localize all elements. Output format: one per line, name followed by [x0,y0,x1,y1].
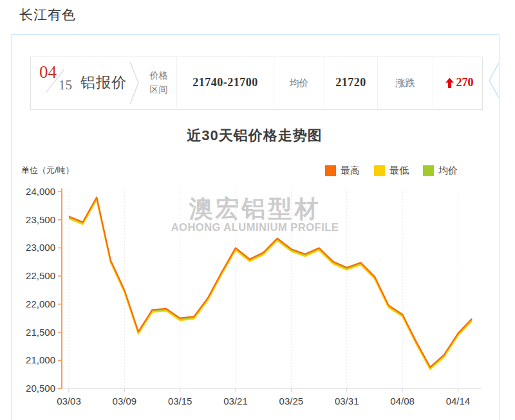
quote-change-label-cell: 涨跌 [377,57,433,108]
y-tick-label: 21,000 [26,354,55,365]
quote-avg-value: 21720 [335,76,366,89]
y-tick-label: 21,500 [26,327,55,338]
quote-change-value: 270 [456,76,474,89]
quote-range-value-cell: 21740-21700 [176,57,274,108]
page-title: 长江有色 [19,6,76,24]
watermark-cn: 澳宏铝型材 [189,196,321,222]
x-tick-label: 03/15 [168,396,192,406]
quote-date-day: 15 [59,77,72,93]
watermark-en: AOHONG ALUMINIUM PROFILE [171,221,339,233]
x-tick-label: 04/08 [390,396,415,406]
quote-change-value-cell: 270 [433,57,485,108]
quote-date-month: 04 [39,62,57,82]
trend-chart: 澳宏铝型材AOHONG ALUMINIUM PROFILE03/0303/090… [0,158,515,420]
chart-title: 近30天铝价格走势图 [11,126,498,145]
y-tick-label: 24,000 [26,186,55,197]
x-tick-label: 03/25 [279,396,304,406]
quote-avg-label: 均价 [290,75,309,90]
y-tick-label: 22,500 [26,270,55,281]
x-tick-label: 03/31 [335,396,359,406]
panel-collapse-chevron-icon[interactable] [485,61,502,101]
x-tick-label: 04/14 [446,396,471,406]
x-tick-label: 03/03 [57,396,81,406]
x-tick-label: 03/21 [223,396,248,406]
quote-range-value: 21740-21700 [192,76,258,89]
y-tick-label: 22,000 [26,298,55,309]
quote-columns: 价格 区间 21740-21700 均价 21720 涨跌 270 [141,57,485,108]
trend-chart-svg: 澳宏铝型材AOHONG ALUMINIUM PROFILE03/0303/090… [0,158,515,420]
y-tick-label: 23,500 [26,214,55,225]
quote-range-label: 价格 区间 [141,64,176,102]
x-tick-label: 03/09 [113,396,137,406]
y-tick-label: 20,500 [26,383,55,394]
y-tick-label: 23,000 [26,242,55,253]
aluminium-quote-bar[interactable]: 04 15 铝报价 价格 区间 21740-21700 均价 21720 涨跌 … [30,57,483,110]
quote-avg-label-cell: 均价 [274,57,324,108]
up-arrow-icon [445,78,454,88]
quote-product-name: 铝报价 [80,73,127,93]
quote-avg-value-cell: 21720 [324,57,377,108]
quote-change-label: 涨跌 [396,75,415,90]
breadcrumb-chevron-icon [129,60,140,106]
